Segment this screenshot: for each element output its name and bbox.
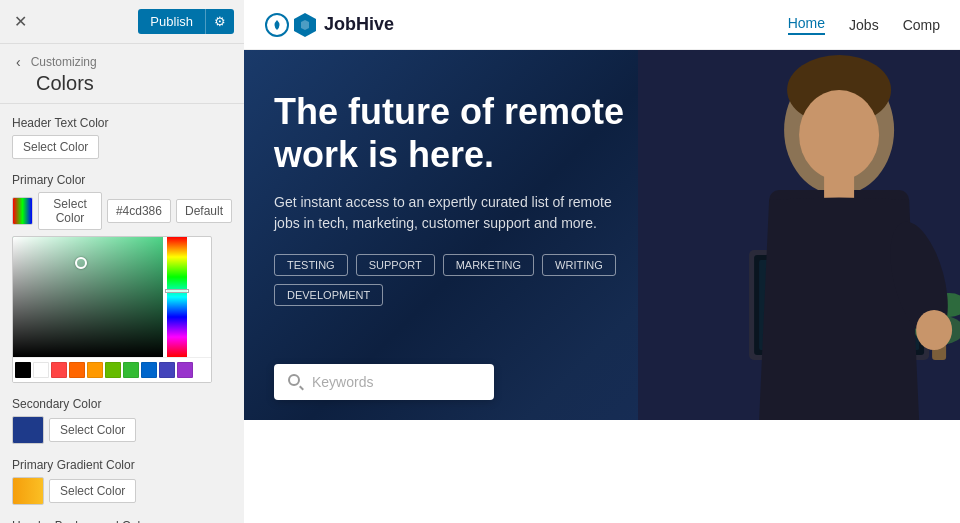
color-swatches-row: [13, 357, 211, 382]
swatch-lime[interactable]: [105, 362, 121, 378]
hero-title: The future of remote work is here.: [274, 90, 634, 176]
swatch-green[interactable]: [123, 362, 139, 378]
tag-development[interactable]: DEVELOPMENT: [274, 284, 383, 306]
color-picker-gradient-area: [13, 237, 211, 357]
site-logo-text: JobHive: [324, 14, 394, 35]
logo-icon-1: [264, 12, 290, 38]
swatch-orange[interactable]: [69, 362, 85, 378]
nav-links: Home Jobs Comp: [788, 15, 940, 35]
primary-gradient-row: Select Color: [12, 477, 232, 505]
hue-bar[interactable]: [167, 237, 187, 357]
nav-link-jobs[interactable]: Jobs: [849, 17, 879, 33]
back-button[interactable]: ‹: [12, 52, 25, 72]
secondary-color-section: Secondary Color Select Color: [12, 397, 232, 444]
primary-gradient-color-section: Primary Gradient Color Select Color: [12, 458, 232, 505]
tag-support[interactable]: SUPPORT: [356, 254, 435, 276]
search-bar[interactable]: Keywords: [274, 364, 494, 400]
publish-button[interactable]: Publish: [138, 9, 205, 34]
site-logo: JobHive: [264, 12, 394, 38]
logo-svg-2: [292, 12, 318, 38]
header-text-color-button[interactable]: Select Color: [12, 135, 99, 159]
logo-svg-1: [264, 12, 290, 38]
hex-value-display[interactable]: #4cd386: [107, 199, 171, 223]
primary-gradient-color-label: Primary Gradient Color: [12, 458, 232, 472]
swatch-indigo[interactable]: [159, 362, 175, 378]
publish-btn-group: Publish ⚙: [138, 9, 234, 34]
site-preview-container: JobHive Home Jobs Comp: [244, 0, 960, 523]
breadcrumb: ‹ Customizing Colors: [0, 44, 244, 104]
default-button[interactable]: Default: [176, 199, 232, 223]
search-icon-circle: [288, 374, 300, 386]
secondary-color-swatch[interactable]: [12, 416, 44, 444]
breadcrumb-parent: Customizing: [31, 55, 97, 69]
tag-marketing[interactable]: MARKETING: [443, 254, 534, 276]
swatch-blue[interactable]: [141, 362, 157, 378]
tag-writing[interactable]: WRITING: [542, 254, 616, 276]
publish-settings-button[interactable]: ⚙: [205, 9, 234, 34]
svg-point-16: [916, 310, 952, 350]
swatch-red[interactable]: [51, 362, 67, 378]
primary-gradient-swatch[interactable]: [12, 477, 44, 505]
website-preview: JobHive Home Jobs Comp: [244, 0, 960, 523]
gradient-crosshair[interactable]: [75, 257, 87, 269]
panel-content: Header Text Color Select Color Primary C…: [0, 104, 244, 523]
primary-color-section: Primary Color Select Color #4cd386 Defau…: [12, 173, 232, 383]
close-button[interactable]: ✕: [10, 8, 31, 35]
header-text-color-label: Header Text Color: [12, 116, 232, 130]
tag-testing[interactable]: TESTING: [274, 254, 348, 276]
section-title: Colors: [36, 72, 232, 95]
secondary-color-label: Secondary Color: [12, 397, 232, 411]
header-bg-color-section: Header Background Color Select Color: [12, 519, 232, 523]
hero-content: The future of remote work is here. Get i…: [244, 50, 664, 346]
svg-point-13: [799, 90, 879, 180]
header-text-color-section: Header Text Color Select Color: [12, 116, 232, 159]
primary-color-button[interactable]: Select Color: [38, 192, 102, 230]
search-placeholder[interactable]: Keywords: [312, 374, 480, 390]
customizer-panel: ✕ Publish ⚙ ‹ Customizing Colors Header …: [0, 0, 244, 523]
primary-color-row: Select Color #4cd386 Default: [12, 192, 232, 230]
top-bar: ✕ Publish ⚙: [0, 0, 244, 44]
logo-icon-2: [292, 12, 318, 38]
swatch-amber[interactable]: [87, 362, 103, 378]
svg-rect-14: [824, 175, 854, 200]
hero-image-area: [638, 50, 960, 420]
secondary-color-row: Select Color: [12, 416, 232, 444]
hero-subtitle: Get instant access to an expertly curate…: [274, 192, 634, 234]
primary-color-label: Primary Color: [12, 173, 232, 187]
primary-gradient-button[interactable]: Select Color: [49, 479, 136, 503]
color-gradient-field[interactable]: [13, 237, 163, 357]
primary-color-swatch[interactable]: [12, 197, 33, 225]
nav-link-comp[interactable]: Comp: [903, 17, 940, 33]
logo-icons: [264, 12, 318, 38]
site-navigation: JobHive Home Jobs Comp: [244, 0, 960, 50]
nav-link-home[interactable]: Home: [788, 15, 825, 35]
header-bg-color-label: Header Background Color: [12, 519, 232, 523]
hero-person-svg: [638, 50, 960, 420]
swatch-black[interactable]: [15, 362, 31, 378]
swatch-white[interactable]: [33, 362, 49, 378]
color-picker[interactable]: [12, 236, 212, 383]
tags-row: TESTING SUPPORT MARKETING WRITING DEVELO…: [274, 254, 634, 306]
search-icon-handle: [299, 386, 304, 391]
search-icon: [288, 374, 304, 390]
secondary-color-button[interactable]: Select Color: [49, 418, 136, 442]
swatch-purple[interactable]: [177, 362, 193, 378]
hero-section: The future of remote work is here. Get i…: [244, 50, 960, 420]
hue-slider[interactable]: [165, 289, 189, 293]
